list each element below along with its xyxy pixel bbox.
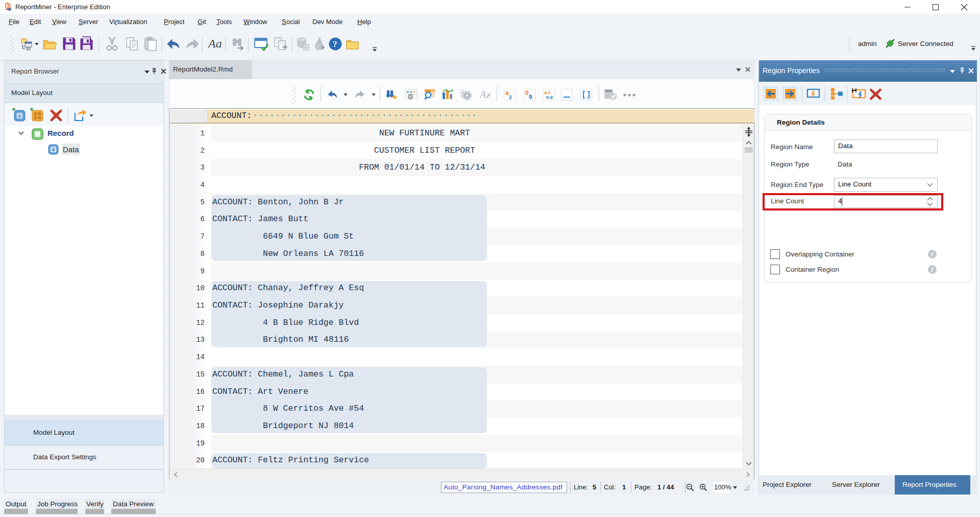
svg-text:0: 0 (525, 89, 529, 97)
svg-text:0-9: 0-9 (546, 95, 553, 100)
svg-text:z: z (509, 93, 512, 101)
svg-text:i: i (931, 250, 933, 258)
svg-text:a-z: a-z (544, 90, 551, 95)
svg-text:i: i (931, 266, 933, 273)
svg-text:9: 9 (529, 93, 532, 101)
svg-text:?: ? (333, 39, 337, 49)
svg-text:a: a (505, 89, 509, 97)
svg-text:A: A (479, 89, 486, 100)
